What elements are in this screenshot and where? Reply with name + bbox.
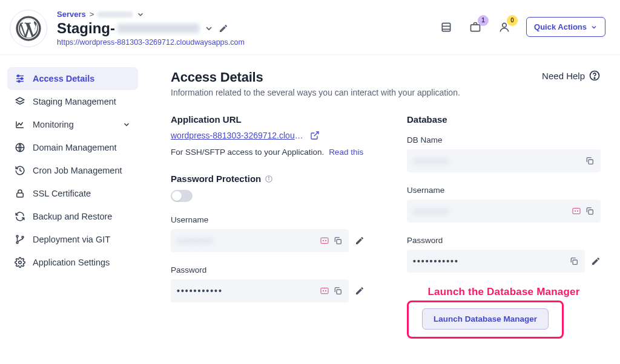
page-title: Access Details xyxy=(171,70,263,85)
server-view-icon[interactable] xyxy=(439,20,453,34)
sidebar-nav: Access Details Staging Management Monito… xyxy=(0,55,145,339)
sidebar-item-application-settings[interactable]: Application Settings xyxy=(7,251,138,274)
application-url-heading: Application URL xyxy=(171,114,364,125)
pp-password-value: ••••••••••• xyxy=(177,286,316,296)
breadcrumb-servers-link[interactable]: Servers xyxy=(57,10,86,19)
edit-username-button[interactable] xyxy=(355,236,364,245)
sidebar-item-label: Deployment via GIT xyxy=(33,235,110,244)
ssh-caption: For SSH/SFTP access to your Application.… xyxy=(171,148,364,157)
svg-point-18 xyxy=(16,242,18,244)
gear-icon xyxy=(15,257,25,268)
svg-point-20 xyxy=(19,261,22,264)
copy-icon xyxy=(333,236,343,245)
edit-password-button[interactable] xyxy=(355,286,364,296)
application-url-column: Application URL wordpress-881303-3269712… xyxy=(171,114,364,339)
app-url-link[interactable]: https://wordpress-881303-3269712.cloudwa… xyxy=(57,38,429,47)
svg-line-23 xyxy=(314,132,318,136)
app-title-suffix-redacted xyxy=(117,24,199,33)
read-this-link[interactable]: Read this xyxy=(329,148,363,157)
app-title-dropdown-chevron-icon[interactable] xyxy=(204,24,214,33)
svg-rect-40 xyxy=(573,260,577,264)
svg-point-13 xyxy=(18,80,20,82)
sidebar-item-domain-management[interactable]: Domain Management xyxy=(7,136,138,159)
svg-rect-39 xyxy=(589,210,593,214)
launch-database-manager-button[interactable]: Launch Database Manager xyxy=(422,308,549,330)
info-circle-icon[interactable] xyxy=(265,175,273,183)
app-logo xyxy=(10,10,47,47)
copy-db-username-button[interactable] xyxy=(585,206,595,216)
svg-point-28 xyxy=(323,240,324,241)
sidebar-item-label: SSL Certificate xyxy=(33,189,91,198)
edit-db-password-button[interactable] xyxy=(591,256,601,266)
sidebar-item-access-details[interactable]: Access Details xyxy=(7,67,138,90)
copy-db-password-button[interactable] xyxy=(569,256,579,266)
svg-rect-6 xyxy=(471,24,480,31)
svg-point-19 xyxy=(22,236,24,238)
globe-icon xyxy=(15,142,25,153)
sidebar-item-deployment-git[interactable]: Deployment via GIT xyxy=(7,228,138,251)
git-branch-icon xyxy=(15,234,25,245)
user-icon[interactable]: 0 xyxy=(497,20,512,34)
copy-icon xyxy=(585,206,595,216)
svg-point-33 xyxy=(325,290,326,291)
lock-icon xyxy=(15,188,25,199)
sidebar-item-cron-job-management[interactable]: Cron Job Management xyxy=(7,159,138,182)
copy-icon xyxy=(585,156,595,166)
header-actions: 1 0 Quick Actions xyxy=(439,17,605,37)
projects-icon[interactable]: 1 xyxy=(468,20,483,34)
svg-marker-14 xyxy=(16,97,24,102)
copy-username-button[interactable] xyxy=(333,236,343,245)
quick-actions-label: Quick Actions xyxy=(534,22,587,31)
sidebar-item-label: Monitoring xyxy=(33,120,74,129)
dbname-field: xxxxxxxx xyxy=(407,149,601,172)
svg-rect-30 xyxy=(337,239,341,244)
sidebar-item-monitoring[interactable]: Monitoring xyxy=(7,113,138,136)
projects-badge: 1 xyxy=(478,15,489,26)
db-password-label: Password xyxy=(407,236,601,245)
rename-app-button[interactable] xyxy=(219,24,228,33)
lastpass-icon[interactable] xyxy=(572,206,581,216)
quick-actions-button[interactable]: Quick Actions xyxy=(526,17,605,37)
dbname-label: DB Name xyxy=(407,135,601,145)
external-link-icon xyxy=(310,131,320,140)
page-header: Servers > Staging- https://wordpress-881… xyxy=(0,0,620,55)
copy-dbname-button[interactable] xyxy=(585,156,595,166)
pp-username-value-redacted: xxxxxxxx xyxy=(177,236,316,245)
breadcrumb-dropdown-chevron-icon[interactable] xyxy=(136,10,145,19)
svg-rect-16 xyxy=(17,193,24,197)
svg-rect-34 xyxy=(337,290,341,294)
need-help-label: Need Help xyxy=(542,71,585,81)
help-circle-icon xyxy=(589,70,601,82)
sidebar-item-ssl-certificate[interactable]: SSL Certificate xyxy=(7,182,138,205)
pp-password-field: ••••••••••• xyxy=(171,279,349,302)
db-username-label: Username xyxy=(407,186,601,195)
database-column: Database DB Name xxxxxxxx Username xxxxx… xyxy=(407,114,601,339)
wordpress-icon xyxy=(15,15,42,42)
svg-rect-36 xyxy=(573,208,580,213)
sidebar-item-backup-restore[interactable]: Backup and Restore xyxy=(7,205,138,228)
open-url-button[interactable] xyxy=(310,131,320,140)
copy-icon xyxy=(333,286,343,296)
sidebar-item-label: Domain Management xyxy=(33,143,117,152)
breadcrumb: Servers > xyxy=(57,10,429,19)
sidebar-item-staging-management[interactable]: Staging Management xyxy=(7,90,138,113)
copy-password-button[interactable] xyxy=(333,286,343,296)
user-badge: 0 xyxy=(507,15,518,26)
need-help-button[interactable]: Need Help xyxy=(542,70,601,82)
launch-db-callout: Launch the Database Manager xyxy=(407,286,601,298)
password-protection-toggle[interactable] xyxy=(171,190,193,202)
lastpass-icon[interactable] xyxy=(320,286,329,296)
svg-point-9 xyxy=(18,75,19,77)
application-url-link[interactable]: wordpress-881303-3269712.cloudwa… xyxy=(171,131,304,140)
chevron-down-icon xyxy=(590,24,598,31)
sidebar-item-label: Cron Job Management xyxy=(33,166,122,175)
lastpass-icon[interactable] xyxy=(320,236,329,245)
sidebar-item-label: Backup and Restore xyxy=(33,212,112,221)
pp-username-field: xxxxxxxx xyxy=(171,229,349,252)
db-password-value: ••••••••••• xyxy=(413,256,566,266)
page-subtitle: Information related to the several ways … xyxy=(171,88,601,97)
chevron-down-icon xyxy=(122,120,131,129)
svg-rect-27 xyxy=(321,238,328,243)
header-title-strip: Servers > Staging- https://wordpress-881… xyxy=(57,10,429,47)
dbname-value-redacted: xxxxxxxx xyxy=(413,156,581,166)
